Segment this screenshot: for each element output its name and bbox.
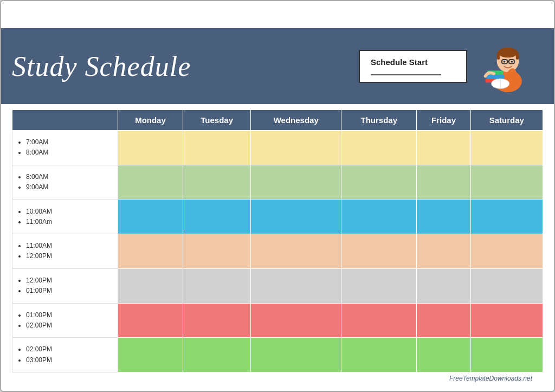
slot-cell	[417, 200, 470, 234]
time-cell: 7:00AM8:00AM	[12, 131, 118, 165]
slot-cell	[341, 338, 417, 372]
time-cell: 01:00PM02:00PM	[12, 303, 118, 338]
time-cell: 8:00AM9:00AM	[12, 165, 118, 200]
slot-cell	[341, 303, 417, 338]
main-content: Monday Tuesday Wednesday Thursday Friday…	[1, 104, 554, 391]
schedule-start-box: Schedule Start	[359, 50, 467, 83]
slot-cell	[251, 131, 341, 165]
slot-cell	[251, 338, 341, 372]
slot-cell	[341, 165, 417, 200]
col-header-friday: Friday	[417, 110, 470, 131]
character-illustration	[473, 34, 543, 99]
col-header-wednesday: Wednesday	[251, 110, 341, 131]
slot-cell	[251, 165, 341, 200]
table-row: 12:00PM01:00PM	[12, 268, 543, 303]
table-row: 01:00PM02:00PM	[12, 303, 543, 338]
slot-cell	[470, 268, 543, 303]
slot-cell	[417, 165, 470, 200]
slot-cell	[183, 303, 250, 338]
col-header-tuesday: Tuesday	[183, 110, 250, 131]
slot-cell	[118, 131, 183, 165]
watermark: FreeTemplateDownloads.net	[12, 372, 543, 385]
slot-cell	[251, 268, 341, 303]
slot-cell	[470, 131, 543, 165]
time-cell: 02:00PM03:00PM	[12, 338, 118, 372]
page: Study Schedule Schedule Start	[0, 0, 555, 392]
schedule-start-underline	[371, 74, 441, 75]
table-row: 7:00AM8:00AM	[12, 131, 543, 165]
slot-cell	[118, 338, 183, 372]
slot-cell	[417, 234, 470, 269]
slot-cell	[341, 268, 417, 303]
table-row: 02:00PM03:00PM	[12, 338, 543, 372]
slot-cell	[417, 303, 470, 338]
svg-point-2	[498, 48, 518, 57]
slot-cell	[417, 131, 470, 165]
header: Study Schedule Schedule Start	[1, 28, 554, 104]
slot-cell	[183, 200, 250, 234]
svg-point-9	[511, 61, 513, 63]
slot-cell	[470, 303, 543, 338]
table-row: 10:00AM11:00Am	[12, 200, 543, 234]
slot-cell	[470, 338, 543, 372]
svg-rect-4	[516, 53, 519, 60]
slot-cell	[341, 200, 417, 234]
slot-cell	[118, 234, 183, 269]
slot-cell	[417, 338, 470, 372]
top-spacer	[1, 1, 554, 28]
time-cell: 10:00AM11:00Am	[12, 200, 118, 234]
slot-cell	[183, 268, 250, 303]
schedule-start-label: Schedule Start	[371, 57, 455, 67]
time-cell: 12:00PM01:00PM	[12, 268, 118, 303]
svg-rect-3	[497, 53, 500, 60]
slot-cell	[417, 268, 470, 303]
svg-rect-11	[486, 75, 504, 79]
slot-cell	[470, 234, 543, 269]
slot-cell	[341, 131, 417, 165]
page-title: Study Schedule	[12, 50, 359, 82]
col-header-monday: Monday	[118, 110, 183, 131]
slot-cell	[251, 200, 341, 234]
svg-point-8	[504, 61, 506, 63]
slot-cell	[251, 234, 341, 269]
slot-cell	[118, 200, 183, 234]
slot-cell	[118, 268, 183, 303]
col-header-thursday: Thursday	[341, 110, 417, 131]
col-header-time	[12, 110, 118, 131]
slot-cell	[470, 165, 543, 200]
slot-cell	[183, 131, 250, 165]
slot-cell	[470, 200, 543, 234]
slot-cell	[183, 165, 250, 200]
table-header-row: Monday Tuesday Wednesday Thursday Friday…	[12, 110, 543, 131]
time-cell: 11:00AM12:00PM	[12, 234, 118, 269]
slot-cell	[118, 165, 183, 200]
slot-cell	[118, 303, 183, 338]
table-row: 8:00AM9:00AM	[12, 165, 543, 200]
slot-cell	[183, 338, 250, 372]
schedule-table: Monday Tuesday Wednesday Thursday Friday…	[12, 110, 543, 372]
table-row: 11:00AM12:00PM	[12, 234, 543, 269]
slot-cell	[341, 234, 417, 269]
slot-cell	[251, 303, 341, 338]
col-header-saturday: Saturday	[470, 110, 543, 131]
slot-cell	[183, 234, 250, 269]
